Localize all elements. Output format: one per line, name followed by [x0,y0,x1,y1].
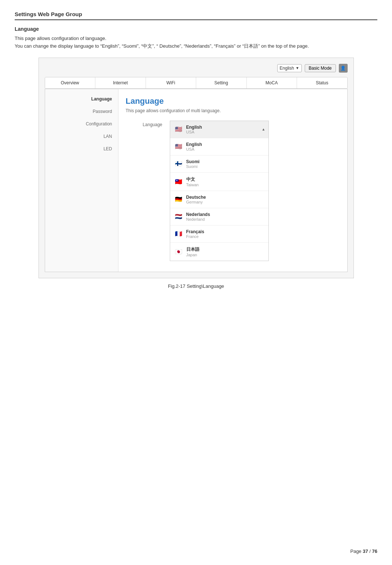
lang-text: EnglishUSA [186,125,202,134]
basic-mode-button[interactable]: Basic Mode [305,64,336,72]
lang-sub: Nederland [186,217,210,221]
fig-caption: Fig.2-17 Setting\Language [15,283,377,289]
lang-name: 日本語 [186,246,199,253]
lang-name: Français [186,229,204,234]
lang-name: English [186,142,202,147]
page-total: 76 [372,549,377,554]
selected-language: English [280,66,294,71]
desc2: You can change the display language to “… [15,43,309,49]
lang-name: Deutsche [186,195,206,200]
lang-option-english[interactable]: 🇺🇸EnglishUSA▲ [170,121,268,138]
lang-sub: Suomi [186,164,200,169]
lang-option-日本語[interactable]: 🇯🇵日本語Japan [170,243,268,261]
lang-sub: Germany [186,200,206,204]
nav-tab-overview[interactable]: Overview [45,77,96,88]
flag-icon: 🇫🇷 [175,231,183,237]
dropdown-arrow: ▼ [296,66,299,70]
lang-option-nederlands[interactable]: 🇳🇱NederlandsNederland [170,208,268,225]
sidebar-item-led[interactable]: LED [45,143,118,155]
content-title: Language [126,96,340,106]
nav-tab-wifi[interactable]: WiFi [146,77,197,88]
flag-icon: 🇯🇵 [175,249,183,254]
row-label: Language [126,121,162,127]
lang-option-deutsche[interactable]: 🇩🇪DeutscheGermany [170,191,268,208]
lang-option-english[interactable]: 🇺🇸EnglishUSA [170,138,268,155]
page-current: 37 [363,549,368,554]
nav-tab-moca[interactable]: MoCA [247,77,297,88]
lang-text: 中文Taiwan [186,176,199,187]
footer-text: Page [350,549,363,554]
lang-text: EnglishUSA [186,142,202,151]
lang-sub: France [186,234,204,239]
lang-sub: Taiwan [186,183,199,187]
lang-name: English [186,125,202,130]
flag-icon: 🇫🇮 [175,161,183,167]
section-title: Language [15,26,377,32]
screenshot-box: English ▼ Basic Mode 👤 OverviewInternetW… [39,58,354,278]
nav-tab-internet[interactable]: Internet [95,77,146,88]
language-selector[interactable]: English ▼ [277,64,302,72]
sidebar-item-language[interactable]: Language [45,93,118,105]
lang-text: NederlandsNederland [186,212,210,221]
sidebar: LanguagePasswordConfigurationLANLED [45,89,118,272]
flag-icon: 🇩🇪 [175,197,183,202]
lang-text: SuomiSuomi [186,159,200,169]
main-area: LanguagePasswordConfigurationLANLED Lang… [45,89,348,272]
lang-sub: Japan [186,253,199,257]
description: This page allows configuration of langua… [15,35,377,50]
lang-option-français[interactable]: 🇫🇷FrançaisFrance [170,225,268,243]
sidebar-item-configuration[interactable]: Configuration [45,118,118,130]
lang-name: 中文 [186,176,199,183]
lang-option-中文[interactable]: 🇹🇼中文Taiwan [170,173,268,191]
lang-text: DeutscheGermany [186,195,206,204]
lang-name: Suomi [186,159,200,164]
flag-icon: 🇺🇸 [175,144,183,150]
flag-icon: 🇳🇱 [175,214,183,220]
content-panel: Language This page allows configuration … [118,89,347,272]
lang-text: FrançaisFrance [186,229,204,239]
sidebar-item-password[interactable]: Password [45,105,118,118]
language-dropdown[interactable]: 🇺🇸EnglishUSA▲🇺🇸EnglishUSA🇫🇮SuomiSuomi🇹🇼中… [170,121,269,261]
footer-separator: / [368,549,372,554]
top-bar: English ▼ Basic Mode 👤 [45,64,348,73]
lang-text: 日本語Japan [186,246,199,257]
desc1: This page allows configuration of langua… [15,36,106,41]
nav-tabs: OverviewInternetWiFiSettingMoCAStatus [45,77,348,89]
sidebar-item-lan[interactable]: LAN [45,130,118,143]
page-title: Settings Web Page Group [15,11,377,17]
nav-tab-setting[interactable]: Setting [196,77,247,88]
scroll-up-arrow[interactable]: ▲ [262,127,265,131]
flag-icon: 🇹🇼 [175,179,183,184]
user-icon[interactable]: 👤 [339,64,348,73]
lang-option-suomi[interactable]: 🇫🇮SuomiSuomi [170,155,268,173]
page-footer: Page 37 / 76 [350,549,377,554]
flag-icon: 🇺🇸 [175,126,183,132]
content-row: Language 🇺🇸EnglishUSA▲🇺🇸EnglishUSA🇫🇮Suom… [126,121,340,261]
content-subtitle: This page allows configuration of multi … [126,108,340,113]
lang-name: Nederlands [186,212,210,217]
nav-tab-status[interactable]: Status [297,77,347,88]
lang-sub: USA [186,147,202,151]
page-header: Settings Web Page Group [15,11,377,20]
lang-sub: USA [186,130,202,134]
